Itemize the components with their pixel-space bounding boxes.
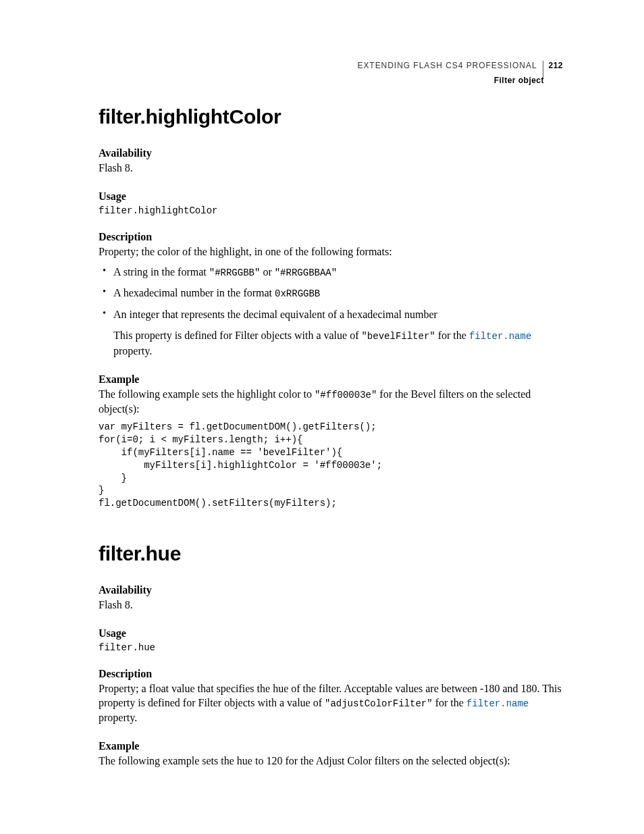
inline-code: "bevelFilter": [361, 331, 435, 342]
note-text: property.: [113, 345, 152, 357]
filter-name-link[interactable]: filter.name: [466, 698, 529, 709]
inline-code: "#RRGGBBAA": [275, 267, 337, 278]
example-heading: Example: [99, 740, 563, 752]
header-section: Filter object: [357, 75, 563, 86]
list-item: A string in the format "#RRGGBB" or "#RR…: [99, 264, 563, 280]
inline-code: 0xRRGGBB: [275, 288, 320, 299]
page: EXTENDING FLASH CS4 PROFESSIONAL 212 Fil…: [0, 0, 644, 834]
usage-heading: Usage: [99, 190, 563, 203]
description-body: Property; a float value that specifies t…: [99, 681, 563, 725]
example-intro-text: The following example sets the highlight…: [99, 388, 315, 400]
format-list: A string in the format "#RRGGBB" or "#RR…: [99, 264, 563, 322]
bullet-text: or: [260, 266, 274, 278]
example-intro: The following example sets the highlight…: [99, 387, 563, 416]
filter-name-link[interactable]: filter.name: [469, 331, 531, 342]
section-title-highlightcolor: filter.highlightColor: [99, 105, 563, 128]
doc-title: EXTENDING FLASH CS4 PROFESSIONAL: [357, 60, 537, 71]
running-header: EXTENDING FLASH CS4 PROFESSIONAL 212 Fil…: [357, 57, 563, 86]
property-note: This property is defined for Filter obje…: [113, 328, 563, 359]
bullet-text: A string in the format: [113, 266, 209, 278]
example-intro: The following example sets the hue to 12…: [99, 754, 563, 768]
description-text: property.: [99, 712, 137, 723]
bullet-text: A hexadecimal number in the format: [113, 287, 275, 298]
availability-value: Flash 8.: [99, 598, 563, 613]
header-divider: [543, 61, 543, 78]
list-item: An integer that represents the decimal e…: [99, 307, 563, 322]
section-title-hue: filter.hue: [99, 542, 563, 565]
description-heading: Description: [99, 231, 563, 243]
description-heading: Description: [99, 668, 563, 680]
usage-code: filter.highlightColor: [99, 205, 563, 216]
example-heading: Example: [99, 373, 563, 386]
content: filter.highlightColor Availability Flash…: [99, 105, 563, 768]
page-number: 212: [549, 60, 563, 71]
availability-heading: Availability: [99, 147, 563, 159]
description-intro: Property; the color of the highlight, in…: [99, 244, 563, 259]
list-item: A hexadecimal number in the format 0xRRG…: [99, 285, 563, 301]
header-line-1: EXTENDING FLASH CS4 PROFESSIONAL 212: [357, 57, 563, 74]
inline-code: "#ff00003e": [315, 390, 377, 400]
usage-heading: Usage: [99, 627, 563, 640]
availability-value: Flash 8.: [99, 161, 563, 176]
bullet-text: An integer that represents the decimal e…: [113, 309, 437, 320]
note-text: This property is defined for Filter obje…: [113, 330, 361, 341]
note-text: for the: [435, 330, 469, 341]
usage-code: filter.hue: [99, 642, 563, 653]
inline-code: "#RRGGBB": [209, 267, 261, 278]
example-code-block: var myFilters = fl.getDocumentDOM().getF…: [99, 421, 563, 510]
availability-heading: Availability: [99, 584, 563, 596]
description-text: for the: [433, 697, 466, 708]
inline-code: "adjustColorFilter": [325, 698, 433, 709]
